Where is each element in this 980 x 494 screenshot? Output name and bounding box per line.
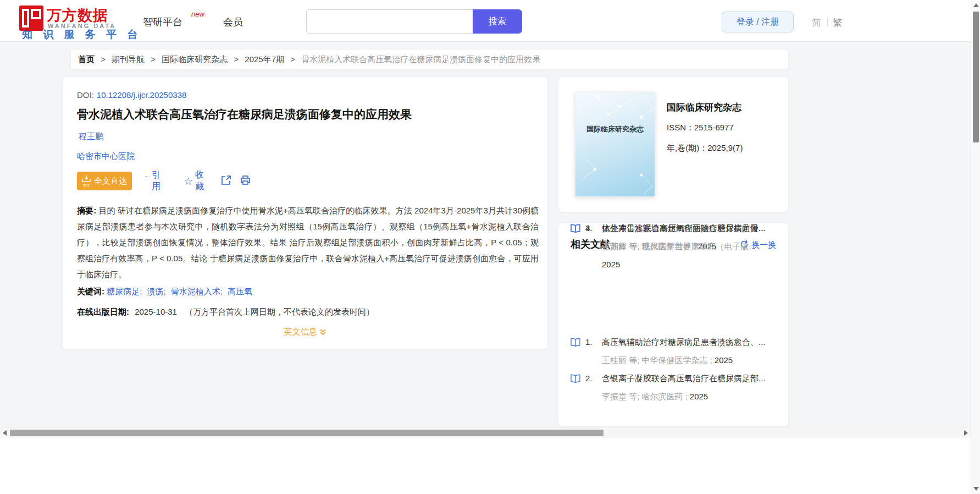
lang-traditional-toggle[interactable]: 繁: [833, 17, 842, 29]
breadcrumb: 首页 > 期刊导航 > 国际临床研究杂志 > 2025年7期 > 骨水泥植入术联…: [71, 50, 788, 69]
cover-network-decoration: [575, 92, 656, 197]
english-info-toggle[interactable]: 英文信息: [63, 327, 547, 337]
brand-tagline: 知 识 服 务 平 台: [22, 28, 141, 42]
related-year: 2025: [602, 260, 620, 269]
horizontal-scrollbar[interactable]: [0, 427, 971, 438]
share-icon: [221, 175, 231, 188]
related-article-link[interactable]: 含银离子凝胶联合高压氧治疗在糖尿病足部...: [602, 374, 776, 384]
volume-label: 年,卷(期)：: [667, 143, 707, 152]
lang-divider: [827, 17, 828, 26]
online-date-note: （万方平台首次上网日期，不代表论文的发表时间）: [185, 307, 374, 316]
journal-cover[interactable]: 国际临床研究杂志: [575, 92, 655, 197]
quote-icon: “: [144, 177, 150, 185]
keyword-link[interactable]: 骨水泥植入术: [171, 287, 220, 296]
search-bar: 搜索: [306, 9, 522, 34]
search-input[interactable]: [306, 9, 474, 34]
online-date-row: 在线出版日期: 2025-10-31 （万方平台首次上网日期，不代表论文的发表时…: [77, 307, 374, 317]
journal-info-card: 国际临床研究杂志 国际临床研究杂志 ISSN：2515-6977 年,卷(期)：…: [558, 77, 788, 212]
related-meta: 王桂丽 等; 中华保健医学杂志 ;2025: [602, 355, 776, 366]
book-icon: [571, 374, 580, 385]
breadcrumb-issue[interactable]: 2025年7期: [245, 54, 284, 64]
nav-item-member[interactable]: 会员: [223, 15, 243, 29]
keyword-link[interactable]: 糖尿病足: [107, 287, 140, 296]
favorite-button[interactable]: ☆ 收藏: [184, 172, 204, 190]
related-year: 2025: [690, 392, 708, 401]
abstract-text: 目的 研讨在糖尿病足溃疡面修复治疗中使用骨水泥+高压氧联合治疗的临床效果。方法 …: [77, 206, 539, 279]
related-index: 1.: [585, 337, 593, 347]
related-year: 2025: [715, 355, 733, 365]
breadcrumb-separator: >: [151, 54, 156, 64]
double-chevron-down-icon: [317, 327, 326, 336]
article-card: DOI:10.12208/j.ijcr.20250338 骨水泥植入术联合高压氧…: [63, 77, 547, 349]
breadcrumb-separator: >: [101, 54, 106, 64]
related-article-link[interactable]: 高压氧辅助治疗对糖尿病足患者溃疡愈合、...: [602, 337, 776, 348]
share-button[interactable]: [221, 172, 231, 190]
vertical-scrollbar-thumb[interactable]: [973, 12, 979, 142]
abstract-label: 摘要:: [77, 206, 96, 215]
page-bottom-whitespace: [0, 438, 980, 494]
related-article-link[interactable]: 抗生素骨水泥填塞封闭创面联合胫骨横向骨...: [602, 223, 776, 234]
issn-label: ISSN：: [667, 123, 694, 132]
keyword-link[interactable]: 溃疡: [147, 287, 164, 296]
print-button[interactable]: [240, 172, 251, 190]
horizontal-scrollbar-thumb[interactable]: [10, 430, 603, 436]
book-icon: [571, 338, 580, 349]
journal-volume-row: 年,卷(期)：2025,9(7): [667, 143, 743, 153]
related-meta: 张苏岭 等; 现代医学与健康研究（电子版...: [602, 241, 776, 252]
abstract: 摘要: 目的 研讨在糖尿病足溃疡面修复治疗中使用骨水泥+高压氧联合治疗的临床效果…: [77, 202, 539, 282]
breadcrumb-separator: >: [290, 54, 295, 64]
related-meta: 李振堂 等; 哈尔滨医药 ;2025: [602, 392, 776, 402]
breadcrumb-separator: >: [234, 54, 239, 64]
scroll-up-arrow[interactable]: [973, 3, 979, 7]
fulltext-label: 全文直达: [94, 176, 127, 186]
article-title: 骨水泥植入术联合高压氧治疗在糖尿病足溃疡面修复中的应用效果: [77, 107, 412, 122]
doi-link[interactable]: 10.12208/j.ijcr.20250338: [97, 90, 186, 100]
login-register-button[interactable]: 登录 / 注册: [722, 12, 794, 32]
related-index: 2.: [585, 374, 593, 383]
nav-item-zhiyan[interactable]: 智研平台 new: [143, 15, 182, 29]
search-button[interactable]: 搜索: [473, 9, 522, 34]
book-icon: [571, 224, 580, 235]
scroll-left-arrow[interactable]: [3, 430, 7, 436]
volume-value: 2025,9(7): [707, 143, 743, 152]
vertical-scrollbar[interactable]: [971, 0, 980, 494]
journal-issn-row: ISSN：2515-6977: [667, 123, 734, 133]
fulltext-download-icon: free: [82, 175, 91, 187]
cite-button[interactable]: “ 引用: [144, 172, 163, 190]
printer-icon: [240, 175, 251, 188]
doi-label: DOI:: [77, 90, 94, 100]
keyword-link[interactable]: 高压氧: [228, 287, 252, 296]
breadcrumb-current-article: 骨水泥植入术联合高压氧治疗在糖尿病足溃疡面修复中的应用效果: [301, 54, 540, 64]
header: 万方数据 WANFANG DATA 知 识 服 务 平 台 智研平台 new 会…: [0, 0, 980, 42]
new-badge: new: [191, 10, 204, 18]
fulltext-button[interactable]: free 全文直达: [77, 172, 132, 190]
issn-value: 2515-6977: [694, 123, 734, 132]
author-link[interactable]: 程王鹏: [79, 131, 103, 142]
journal-name[interactable]: 国际临床研究杂志: [667, 101, 741, 114]
institution-link[interactable]: 哈密市中心医院: [77, 151, 135, 162]
breadcrumb-journal-nav[interactable]: 期刊导航: [112, 54, 145, 64]
online-date-value: 2025-10-31: [135, 307, 177, 316]
scroll-down-arrow[interactable]: [973, 487, 979, 491]
star-icon: ☆: [184, 175, 193, 188]
page: 万方数据 WANFANG DATA 知 识 服 务 平 台 智研平台 new 会…: [0, 0, 980, 494]
breadcrumb-journal[interactable]: 国际临床研究杂志: [162, 54, 228, 64]
breadcrumb-home[interactable]: 首页: [78, 54, 95, 64]
online-date-label: 在线出版日期:: [77, 307, 129, 316]
keywords-label: 关键词:: [77, 287, 104, 296]
scroll-right-arrow[interactable]: [964, 430, 968, 436]
related-articles-card: 相关文献 换一换 1. 高压氧辅助治疗对糖尿病足患者溃疡愈合、... 王桂丽 等…: [558, 223, 788, 426]
keywords-row: 关键词: 糖尿病足; 溃疡; 骨水泥植入术; 高压氧: [77, 287, 252, 297]
doi-row: DOI:10.12208/j.ijcr.20250338: [77, 90, 186, 100]
related-index: 4.: [585, 223, 593, 233]
journal-cover-title: 国际临床研究杂志: [575, 124, 655, 134]
lang-simplified-toggle[interactable]: 简: [812, 17, 821, 29]
